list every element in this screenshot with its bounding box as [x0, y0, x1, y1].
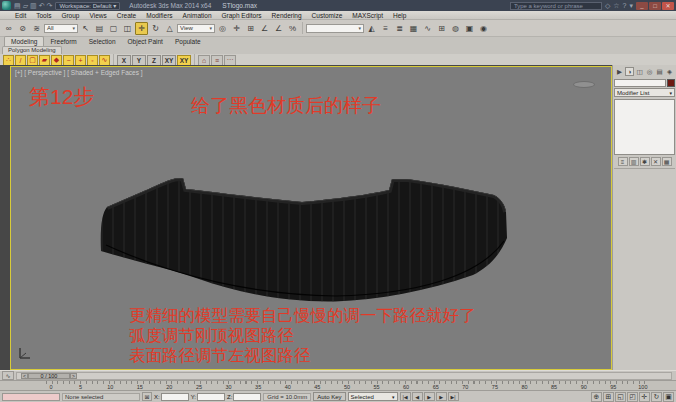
distant-disc-object[interactable] [573, 81, 595, 88]
snaps-toggle-icon[interactable]: ∠ [258, 22, 271, 35]
help-icon[interactable]: ? [623, 2, 627, 10]
ribbon-tab-populate[interactable]: Populate [169, 37, 207, 46]
new-scene-icon[interactable]: ▤ [14, 1, 21, 10]
selection-lock-icon[interactable]: ⊠ [142, 392, 152, 401]
make-unique-icon[interactable]: ✱ [640, 157, 650, 166]
constraint-xy-active-button[interactable]: XY [177, 55, 191, 66]
constraint-z-button[interactable]: Z [147, 55, 161, 66]
select-manipulate-icon[interactable]: ✛ [230, 22, 243, 35]
mirror-icon[interactable]: ◭ [365, 22, 378, 35]
minimize-button[interactable]: _ [636, 2, 648, 10]
constraint-y-button[interactable]: Y [132, 55, 146, 66]
modify-tab-icon[interactable]: ◑ [625, 67, 634, 76]
ribbon-tab-object-paint[interactable]: Object Paint [122, 37, 169, 46]
graphite-ribbon-icon[interactable]: ▦ [407, 22, 420, 35]
select-move-icon[interactable]: ✛ [135, 22, 148, 35]
show-end-result-icon[interactable]: ▥ [629, 157, 639, 166]
redo-icon[interactable]: ↷ [47, 1, 53, 10]
polygon-modeling-panel-tab[interactable]: Polygon Modeling [2, 46, 62, 54]
pan-icon[interactable]: ✛ [639, 392, 650, 402]
selection-filter-dropdown[interactable]: All▾ [44, 24, 78, 33]
pin-stack-icon[interactable]: ≡ [618, 157, 628, 166]
ribbon-tab-modeling[interactable]: Modeling [4, 36, 44, 46]
menu-modifiers[interactable]: Modifiers [141, 11, 177, 20]
select-and-link-icon[interactable]: ∞ [2, 22, 15, 35]
maxscript-mini-listener[interactable] [2, 393, 60, 401]
tweak-tool-icon[interactable]: ⌂ [198, 55, 210, 66]
select-rotate-icon[interactable]: ↻ [149, 22, 162, 35]
keyboard-override-icon[interactable]: ⊞ [244, 22, 257, 35]
black-band-3d-model[interactable] [86, 165, 531, 305]
auto-key-button[interactable]: Auto Key [313, 392, 345, 401]
display-tab-icon[interactable]: ▤ [655, 67, 664, 76]
shrink-selection-icon[interactable]: − [63, 55, 74, 66]
create-tab-icon[interactable]: ▶ [615, 67, 624, 76]
key-filter-dropdown[interactable]: Selected ▾ [348, 392, 398, 401]
window-crossing-icon[interactable]: ◫ [121, 22, 134, 35]
ribbon-tab-selection[interactable]: Selection [83, 37, 122, 46]
modifier-list-dropdown[interactable]: Modifier List ▾ [614, 88, 675, 97]
perspective-viewport[interactable]: [+] [ Perspective ] [ Shaded + Edged Fac… [10, 66, 612, 370]
time-slider-track[interactable]: < 0 / 100 > [16, 372, 672, 380]
modifier-stack-list[interactable] [614, 99, 675, 155]
rendered-frame-icon[interactable]: ▣ [463, 22, 476, 35]
object-name-field[interactable] [614, 79, 666, 87]
close-button[interactable]: ✕ [662, 2, 674, 10]
constraint-x-button[interactable]: X [117, 55, 131, 66]
favorites-star-icon[interactable]: ☆ [613, 2, 619, 10]
zoom-all-icon[interactable]: ⊞ [603, 392, 614, 402]
app-logo-icon[interactable] [2, 1, 11, 10]
help-dropdown-icon[interactable]: ▾ [629, 2, 633, 10]
remove-modifier-icon[interactable]: ✕ [651, 157, 661, 166]
ring-selection-icon[interactable]: ◦ [87, 55, 98, 66]
align-icon[interactable]: ≡ [379, 22, 392, 35]
vertex-mode-icon[interactable]: ∴ [3, 55, 14, 66]
go-to-start-icon[interactable]: |◀ [400, 392, 411, 401]
undo-icon[interactable]: ↶ [39, 1, 45, 10]
swift-loop-icon[interactable]: ≡ [211, 55, 223, 66]
percent-snap-icon[interactable]: % [286, 22, 299, 35]
next-frame-icon[interactable]: ▶ [436, 392, 447, 401]
motion-tab-icon[interactable]: ◎ [645, 67, 654, 76]
render-setup-icon[interactable]: ◍ [449, 22, 462, 35]
element-mode-icon[interactable]: ◆ [51, 55, 62, 66]
menu-animation[interactable]: Animation [178, 11, 217, 20]
menu-help[interactable]: Help [388, 11, 411, 20]
workspace-dropdown[interactable]: Workspace: Default ▾ [55, 2, 120, 10]
constraint-xy-button[interactable]: XY [162, 55, 176, 66]
polygon-mode-icon[interactable]: ▰ [39, 55, 50, 66]
menu-rendering[interactable]: Rendering [267, 11, 307, 20]
go-to-end-icon[interactable]: ▶| [448, 392, 459, 401]
mini-curve-editor-button[interactable]: ∿ [2, 371, 14, 380]
schematic-view-icon[interactable]: ⊞ [435, 22, 448, 35]
next-frame-arrow[interactable]: > [70, 373, 77, 379]
previous-frame-icon[interactable]: ◀ [412, 392, 423, 401]
loop-selection-icon[interactable]: ∿ [99, 55, 110, 66]
select-by-name-icon[interactable]: ▤ [93, 22, 106, 35]
menu-create[interactable]: Create [112, 11, 142, 20]
border-mode-icon[interactable]: ▢ [27, 55, 38, 66]
use-pivot-center-icon[interactable]: ◎ [216, 22, 229, 35]
render-icon[interactable]: ◉ [477, 22, 490, 35]
hierarchy-tab-icon[interactable]: ◫ [635, 67, 644, 76]
menu-group[interactable]: Group [56, 11, 84, 20]
zoom-extents-all-icon[interactable]: ◰ [627, 392, 638, 402]
menu-maxscript[interactable]: MAXScript [347, 11, 388, 20]
reference-coordinate-dropdown[interactable]: View▾ [177, 24, 215, 33]
angle-snap-icon[interactable]: ∠ [272, 22, 285, 35]
menu-edit[interactable]: Edit [10, 11, 31, 20]
ribbon-tab-freeform[interactable]: Freeform [44, 37, 82, 46]
rectangular-selection-icon[interactable]: ▢ [107, 22, 120, 35]
zoom-extents-icon[interactable]: ◱ [615, 392, 626, 402]
object-color-swatch[interactable] [667, 79, 675, 87]
unlink-selection-icon[interactable]: ⊘ [16, 22, 29, 35]
menu-graph-editors[interactable]: Graph Editors [217, 11, 267, 20]
open-file-icon[interactable]: ▱ [23, 1, 28, 10]
utilities-tab-icon[interactable]: ◈ [665, 67, 674, 76]
orbit-icon[interactable]: ↻ [651, 392, 662, 402]
select-object-icon[interactable]: ↖ [79, 22, 92, 35]
viewport-label[interactable]: [+] [ Perspective ] [ Shaded + Edged Fac… [15, 69, 143, 76]
track-bar[interactable]: 0510152025303540455055606570758085909510… [0, 380, 676, 390]
exchange-apps-icon[interactable]: ◇ [605, 2, 610, 10]
grow-selection-icon[interactable]: + [75, 55, 86, 66]
